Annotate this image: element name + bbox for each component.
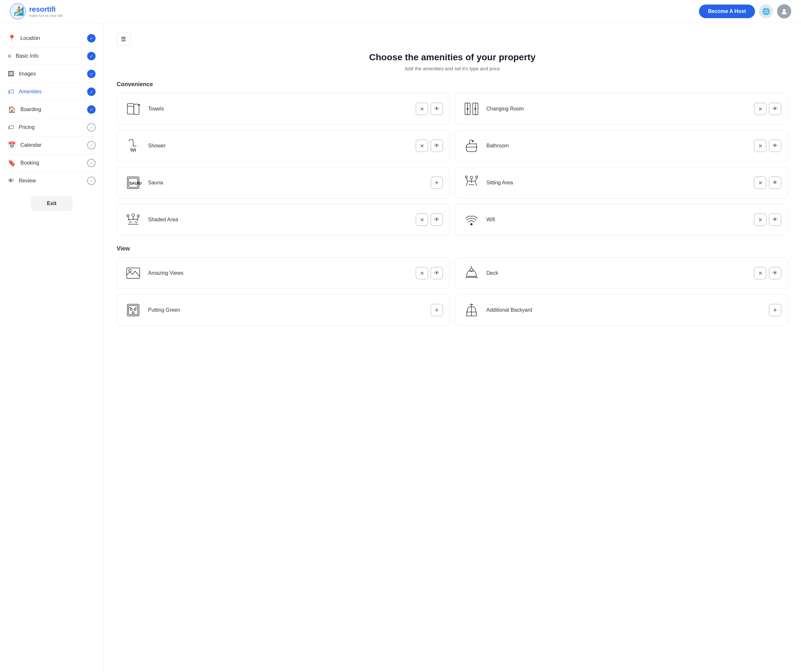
towels-icon: [124, 99, 143, 119]
exit-button[interactable]: Exit: [31, 196, 72, 211]
sidebar-item-calendar[interactable]: 📅 Calendar ✓: [0, 137, 103, 154]
sidebar-item-boarding[interactable]: 🏠 Boarding ✓: [0, 101, 103, 118]
user-button[interactable]: [777, 4, 791, 18]
images-icon: 🖼: [8, 70, 14, 78]
deck-view-button[interactable]: 👁: [769, 267, 781, 279]
svg-point-32: [132, 214, 135, 217]
sidebar-label-pricing: Pricing: [19, 124, 35, 130]
changing-room-name: Changing Room: [486, 106, 749, 112]
shaded-area-icon: [124, 210, 143, 229]
amenity-towels: Towels ✕ 👁: [117, 93, 450, 125]
svg-point-39: [471, 223, 473, 225]
main-content: ☰ Choose the amenities of your property …: [104, 23, 801, 672]
sidebar-item-images[interactable]: 🖼 Images ✓: [0, 65, 103, 83]
amenity-putting-green: Putting Green +: [117, 294, 450, 326]
wifi-name: Wifi: [486, 217, 749, 223]
logo: 🏄 resortifi make fun as your wifi: [10, 3, 63, 19]
sidebar-item-location[interactable]: 📍 Location ✓: [0, 29, 103, 47]
sitting-area-remove-button[interactable]: ✕: [754, 177, 766, 189]
sidebar-item-booking[interactable]: 🔖 Booking ✓: [0, 154, 103, 172]
towels-view-button[interactable]: 👁: [431, 103, 443, 115]
shower-view-button[interactable]: 👁: [431, 140, 443, 152]
sidebar-item-pricing[interactable]: 🏷 Pricing ✓: [0, 119, 103, 136]
menu-toggle-button[interactable]: ☰: [117, 33, 130, 46]
sitting-area-view-button[interactable]: 👁: [769, 177, 781, 189]
check-booking: ✓: [87, 159, 96, 167]
bathroom-actions: ✕ 👁: [754, 140, 781, 152]
additional-backyard-icon: [462, 301, 481, 320]
become-host-button[interactable]: Become A Host: [699, 5, 755, 18]
check-basic-info: ✓: [87, 52, 96, 60]
deck-remove-button[interactable]: ✕: [754, 267, 766, 279]
shaded-area-view-button[interactable]: 👁: [431, 214, 443, 226]
convenience-grid: Towels ✕ 👁: [117, 93, 788, 236]
wifi-remove-button[interactable]: ✕: [754, 214, 766, 226]
sidebar-item-basic-info[interactable]: ≡ Basic Info ✓: [0, 47, 103, 65]
pricing-icon: 🏷: [8, 124, 14, 131]
bathroom-view-button[interactable]: 👁: [769, 140, 781, 152]
shaded-area-name: Shaded Area: [148, 217, 410, 223]
logo-name: resortifi: [29, 5, 63, 14]
shower-name: Shower: [148, 143, 410, 149]
amenity-shaded-area: Shaded Area ✕ 👁: [117, 204, 450, 236]
changing-room-view-button[interactable]: 👁: [769, 103, 781, 115]
basic-info-icon: ≡: [8, 53, 11, 59]
amenity-wifi: Wifi ✕ 👁: [455, 204, 788, 236]
svg-line-12: [130, 148, 131, 150]
sauna-add-button[interactable]: +: [431, 177, 443, 189]
user-icon: [780, 8, 788, 15]
svg-point-41: [129, 269, 131, 272]
svg-line-45: [475, 272, 477, 277]
convenience-section: Convenience Tow: [117, 81, 788, 236]
svg-line-17: [135, 149, 136, 152]
amazing-views-name: Amazing Views: [148, 270, 410, 276]
sidebar-label-calendar: Calendar: [21, 142, 42, 148]
sauna-actions: +: [431, 177, 443, 189]
svg-text:SAUNA: SAUNA: [129, 181, 142, 186]
putting-green-add-button[interactable]: +: [431, 304, 443, 316]
shower-remove-button[interactable]: ✕: [416, 140, 428, 152]
amenity-bathroom: Bathroom ✕ 👁: [455, 130, 788, 162]
additional-backyard-add-button[interactable]: +: [769, 304, 781, 316]
bathroom-icon: [462, 136, 481, 156]
svg-line-15: [131, 149, 132, 152]
boarding-icon: 🏠: [8, 106, 16, 113]
check-pricing: ✓: [87, 123, 96, 132]
svg-line-31: [475, 178, 477, 182]
svg-line-44: [466, 272, 468, 277]
booking-icon: 🔖: [8, 159, 16, 167]
sauna-icon: SAUNA: [124, 173, 143, 193]
svg-line-53: [466, 309, 468, 316]
shower-actions: ✕ 👁: [416, 140, 443, 152]
amazing-views-view-button[interactable]: 👁: [431, 267, 443, 279]
amazing-views-actions: ✕ 👁: [416, 267, 443, 279]
putting-green-icon: [124, 301, 143, 320]
bathroom-remove-button[interactable]: ✕: [754, 140, 766, 152]
wifi-view-button[interactable]: 👁: [769, 214, 781, 226]
check-review: ✓: [87, 177, 96, 185]
changing-room-remove-button[interactable]: ✕: [754, 103, 766, 115]
amazing-views-remove-button[interactable]: ✕: [416, 267, 428, 279]
sidebar-item-review[interactable]: 👁 Review ✓: [0, 172, 103, 190]
shaded-area-remove-button[interactable]: ✕: [416, 214, 428, 226]
deck-actions: ✕ 👁: [754, 267, 781, 279]
review-icon: 👁: [8, 177, 14, 185]
logo-text: resortifi make fun as your wifi: [29, 5, 63, 18]
svg-point-49: [130, 309, 132, 310]
logo-tagline: make fun as your wifi: [29, 14, 63, 18]
amenity-sitting-area: Sitting Area ✕ 👁: [455, 167, 788, 199]
globe-button[interactable]: 🌐: [759, 4, 773, 18]
sidebar-item-amenities[interactable]: 🏷 Amenities ✓: [0, 83, 103, 100]
wifi-icon: [462, 210, 481, 229]
check-calendar: ✓: [87, 141, 96, 150]
towels-remove-button[interactable]: ✕: [416, 103, 428, 115]
amenity-shower: Shower ✕ 👁: [117, 130, 450, 162]
svg-line-16: [133, 150, 134, 152]
changing-room-icon: [462, 99, 481, 119]
page-subtitle: Add the amenities and set it's type and …: [117, 66, 788, 71]
shaded-area-actions: ✕ 👁: [416, 214, 443, 226]
amazing-views-icon: [124, 264, 143, 283]
bathroom-name: Bathroom: [486, 143, 749, 149]
svg-point-51: [132, 312, 134, 313]
sidebar-label-location: Location: [21, 35, 40, 41]
